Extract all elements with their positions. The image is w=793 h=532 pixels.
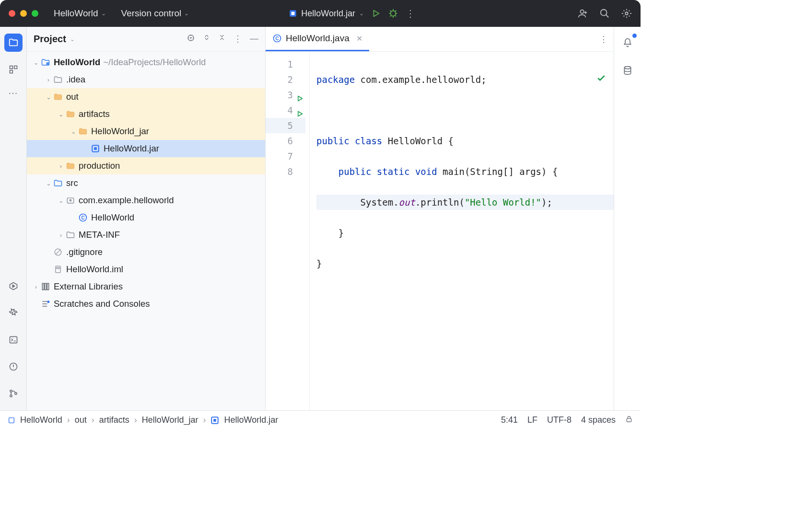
- close-window-button[interactable]: [9, 10, 15, 17]
- tree-item-metainf[interactable]: › META-INF: [27, 226, 265, 243]
- chevron-down-icon[interactable]: ⌄: [44, 93, 53, 101]
- folder-icon: [65, 230, 76, 240]
- maximize-window-button[interactable]: [32, 10, 38, 17]
- tree-item-label: META-INF: [79, 230, 120, 240]
- code-token: HelloWorld {: [382, 136, 454, 146]
- svg-text:C: C: [81, 215, 84, 220]
- inspection-ok-icon[interactable]: [542, 57, 606, 103]
- problems-tool-button[interactable]: [4, 358, 23, 376]
- editor-tab-options-icon[interactable]: ⋮: [599, 34, 608, 45]
- indent-setting[interactable]: 4 spaces: [581, 415, 616, 425]
- project-panel: Project ⌄ ⋮ — ⌄ HelloWorld ~/IdeaProject…: [27, 27, 266, 410]
- chevron-down-icon[interactable]: ⌄: [32, 59, 40, 66]
- line-separator[interactable]: LF: [527, 415, 537, 425]
- tree-item-src[interactable]: ⌄ src: [27, 174, 265, 192]
- chevron-right-icon[interactable]: ›: [57, 231, 65, 239]
- tree-item-iml[interactable]: HelloWorld.iml: [27, 261, 265, 278]
- code-editor[interactable]: 1 2 3 4 5 6 7 8 package com.example.hell…: [266, 52, 614, 410]
- tree-item-label: artifacts: [79, 109, 110, 119]
- run-config-dropdown[interactable]: HelloWorld.jar ⌄: [289, 9, 364, 19]
- svg-rect-36: [214, 419, 217, 422]
- tree-item-external-libs[interactable]: › External Libraries: [27, 278, 265, 295]
- tree-item-production[interactable]: › production: [27, 157, 265, 174]
- tree-item-idea[interactable]: › .idea: [27, 71, 265, 88]
- svg-rect-19: [94, 147, 97, 150]
- tree-item-label: HelloWorld.iml: [66, 264, 123, 275]
- more-actions-button[interactable]: ⋮: [405, 8, 416, 19]
- tree-item-gitignore[interactable]: .gitignore: [27, 243, 265, 261]
- database-tool-icon[interactable]: [618, 61, 637, 80]
- run-button[interactable]: [371, 8, 381, 19]
- code-content[interactable]: package com.example.helloworld; public c…: [310, 52, 614, 410]
- tree-item-scratches[interactable]: Scratches and Consoles: [27, 295, 265, 312]
- code-with-me-icon[interactable]: [577, 8, 588, 19]
- chevron-down-icon[interactable]: ⌄: [70, 36, 75, 43]
- chevron-down-icon[interactable]: ⌄: [57, 197, 65, 204]
- minimize-window-button[interactable]: [20, 10, 27, 17]
- chevron-right-icon[interactable]: ›: [32, 283, 40, 290]
- chevron-down-icon[interactable]: ⌄: [44, 180, 53, 187]
- tree-item-package[interactable]: ⌄ com.example.helloworld: [27, 192, 265, 209]
- code-token: out: [399, 197, 415, 208]
- jar-icon: [90, 143, 101, 154]
- chevron-right-icon[interactable]: ›: [44, 76, 53, 83]
- cursor-position[interactable]: 5:41: [501, 415, 518, 425]
- chevron-down-icon: ⌄: [101, 10, 106, 17]
- build-tool-button[interactable]: [4, 304, 23, 322]
- editor-tab[interactable]: C HelloWorld.java ✕: [266, 27, 369, 51]
- tree-item-helloworld-jar-folder[interactable]: ⌄ HelloWorld_jar: [27, 123, 265, 140]
- tree-item-out[interactable]: ⌄ out: [27, 88, 265, 105]
- tree-root[interactable]: ⌄ HelloWorld ~/IdeaProjects/HelloWorld: [27, 54, 265, 71]
- file-encoding[interactable]: UTF-8: [547, 415, 571, 425]
- svg-rect-25: [56, 266, 61, 273]
- crumb-item[interactable]: HelloWorld_jar: [142, 415, 198, 425]
- svg-rect-6: [10, 66, 12, 69]
- line-number: 3: [288, 87, 293, 103]
- package-icon: [65, 195, 76, 206]
- notifications-icon[interactable]: [618, 34, 637, 52]
- crumb-item[interactable]: HelloWorld: [20, 415, 62, 425]
- readonly-lock-icon[interactable]: [625, 415, 633, 425]
- crumb-item[interactable]: out: [75, 415, 87, 425]
- services-tool-button[interactable]: [4, 277, 23, 295]
- search-icon[interactable]: [599, 8, 610, 19]
- svg-rect-34: [9, 417, 14, 423]
- class-icon: C: [272, 34, 282, 43]
- chevron-down-icon[interactable]: ⌄: [69, 128, 78, 135]
- expand-all-icon[interactable]: [203, 34, 210, 45]
- debug-button[interactable]: [388, 8, 398, 19]
- panel-options-icon[interactable]: ⋮: [233, 34, 242, 45]
- crumb-item[interactable]: HelloWorld.jar: [224, 415, 278, 425]
- line-number: 8: [288, 164, 293, 179]
- tree-item-label: HelloWorld: [54, 57, 100, 68]
- settings-icon[interactable]: [621, 8, 632, 19]
- chevron-down-icon[interactable]: ⌄: [57, 111, 65, 118]
- crumb-item[interactable]: artifacts: [99, 415, 129, 425]
- editor-area: C HelloWorld.java ✕ ⋮ 1 2 3 4 5 6 7 8: [266, 27, 614, 410]
- svg-point-14: [14, 393, 16, 394]
- tree-item-artifacts[interactable]: ⌄ artifacts: [27, 105, 265, 123]
- collapse-all-icon[interactable]: [218, 34, 226, 45]
- svg-point-21: [70, 199, 71, 201]
- left-tool-rail: ···: [0, 27, 27, 410]
- vcs-tool-button[interactable]: [4, 384, 23, 403]
- close-tab-icon[interactable]: ✕: [356, 34, 362, 43]
- tree-item-helloworld-jar[interactable]: HelloWorld.jar: [27, 140, 265, 157]
- more-tools-button[interactable]: ···: [9, 87, 18, 98]
- tree-item-label: com.example.helloworld: [79, 195, 174, 206]
- tree-item-path: ~/IdeaProjects/HelloWorld: [103, 57, 206, 68]
- module-icon: [8, 416, 15, 424]
- project-dropdown[interactable]: HelloWorld ⌄: [54, 8, 106, 19]
- project-tool-button[interactable]: [4, 34, 23, 52]
- terminal-tool-button[interactable]: [4, 331, 23, 349]
- select-opened-file-icon[interactable]: [187, 34, 195, 45]
- project-panel-title: Project: [34, 34, 66, 45]
- structure-tool-button[interactable]: [4, 60, 23, 79]
- chevron-right-icon[interactable]: ›: [57, 162, 65, 170]
- hide-panel-icon[interactable]: —: [250, 34, 258, 45]
- svg-rect-37: [627, 418, 631, 422]
- tree-item-label: src: [66, 178, 78, 188]
- breadcrumb[interactable]: HelloWorld› out› artifacts› HelloWorld_j…: [8, 415, 278, 425]
- tree-item-class[interactable]: C HelloWorld: [27, 209, 265, 226]
- version-control-dropdown[interactable]: Version control ⌄: [121, 8, 189, 19]
